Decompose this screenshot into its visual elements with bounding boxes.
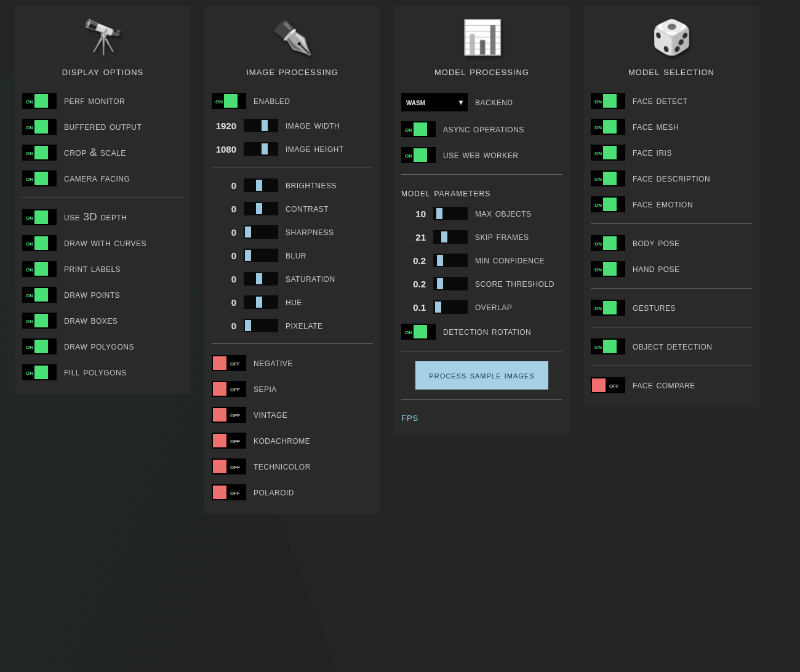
toggle-async-operations[interactable]: on xyxy=(401,121,436,137)
toggle-crop-scale[interactable]: on xyxy=(22,145,57,161)
row-label: body pose xyxy=(633,237,680,249)
toggle-face-mesh[interactable]: on xyxy=(591,119,625,135)
row-fill-polygons: onfill polygons xyxy=(22,359,183,385)
slider-max-objects[interactable] xyxy=(433,207,468,220)
slider-value: 0 xyxy=(212,180,236,191)
slider-skip-frames[interactable] xyxy=(433,230,468,244)
slider-score-threshold[interactable] xyxy=(433,277,468,290)
toggle-polaroid[interactable]: off xyxy=(212,484,246,500)
toggle-negative[interactable]: off xyxy=(212,355,246,371)
toggle-draw-polygons[interactable]: on xyxy=(22,338,57,354)
slider-hue[interactable] xyxy=(244,295,278,309)
row-object-detection: onobject detection xyxy=(591,334,752,359)
row-face-detect: onface detect xyxy=(591,88,752,114)
slider-row-contrast: 0contrast xyxy=(212,197,373,220)
toggle-face-compare[interactable]: off xyxy=(591,377,625,393)
toggle-knob xyxy=(213,356,226,370)
toggle-hand-pose[interactable]: on xyxy=(591,261,625,277)
toggle-knob xyxy=(34,210,48,224)
toggle-use-3d-depth[interactable]: on xyxy=(22,209,57,225)
toggle-enabled[interactable]: on xyxy=(212,93,246,109)
toggle-knob xyxy=(34,288,48,302)
model-params: 10max objects21skip frames0.2min confide… xyxy=(401,202,562,319)
slider-image-width[interactable] xyxy=(244,119,278,132)
toggle-knob xyxy=(603,301,617,314)
toggle-body-pose[interactable]: on xyxy=(591,235,625,251)
toggle-object-detection[interactable]: on xyxy=(591,338,625,354)
toggle-face-description[interactable]: on xyxy=(591,170,625,186)
toggle-knob xyxy=(603,198,617,211)
toggle-state-text: off xyxy=(228,436,244,445)
row-label: image width xyxy=(286,119,340,132)
slider-min-confidence[interactable] xyxy=(433,254,468,267)
row-technicolor: offtechnicolor xyxy=(212,454,373,479)
process-sample-images-button[interactable]: process sample images xyxy=(415,361,548,390)
slider-thumb xyxy=(437,278,443,289)
toggle-knob xyxy=(414,148,427,162)
toggle-state-text: on xyxy=(591,148,602,157)
toggle-state-text: on xyxy=(22,174,33,183)
toggle-state-text: on xyxy=(591,342,602,351)
toggle-kodachrome[interactable]: off xyxy=(212,433,246,449)
toggle-technicolor[interactable]: off xyxy=(212,458,246,474)
slider-contrast[interactable] xyxy=(244,202,278,215)
toggle-knob xyxy=(414,122,427,136)
select-value: wasm xyxy=(406,97,425,107)
slider-blur[interactable] xyxy=(244,249,278,262)
toggle-use-web-worker[interactable]: on xyxy=(401,147,436,163)
fps-label: fps xyxy=(401,406,562,426)
divider xyxy=(591,327,752,327)
panel-title: image processing xyxy=(246,65,338,82)
backend-select[interactable]: wasm ▾ xyxy=(401,93,468,111)
slider-pixelate[interactable] xyxy=(244,319,278,332)
row-label: enabled xyxy=(254,95,290,107)
toggle-perf-monitor[interactable]: on xyxy=(22,93,57,109)
row-label: perf monitor xyxy=(64,95,125,107)
model-sel-gestures: ongestures xyxy=(591,295,752,321)
toggle-buffered-output[interactable]: on xyxy=(22,119,57,135)
row-polaroid: offpolaroid xyxy=(212,479,373,505)
panel-header: 🎲 model selection xyxy=(591,10,752,88)
row-label: face detect xyxy=(633,95,688,107)
toggle-face-emotion[interactable]: on xyxy=(591,196,625,212)
toggle-camera-facing[interactable]: on xyxy=(22,170,57,186)
toggle-draw-with-curves[interactable]: on xyxy=(22,235,57,251)
toggle-face-iris[interactable]: on xyxy=(591,145,625,161)
row-label: face description xyxy=(633,172,710,185)
toggle-draw-boxes[interactable]: on xyxy=(22,313,57,329)
toggle-knob xyxy=(213,382,226,396)
row-label: max objects xyxy=(475,207,532,220)
toggle-state-text: on xyxy=(22,316,33,325)
panel-display-options: 🔭 display options onperf monitoronbuffer… xyxy=(15,6,191,394)
toggle-sepia[interactable]: off xyxy=(212,381,246,397)
panel-header: ✒️ image processing xyxy=(212,10,373,88)
row-negative: offnegative xyxy=(212,350,373,376)
slider-thumb xyxy=(435,302,441,313)
slider-value: 0.2 xyxy=(401,255,426,266)
toggle-print-labels[interactable]: on xyxy=(22,261,57,277)
toggle-detection-rotation[interactable]: on xyxy=(401,324,436,340)
slider-value: 10 xyxy=(401,209,426,219)
toggle-gestures[interactable]: on xyxy=(591,300,625,316)
slider-brightness[interactable] xyxy=(244,178,278,192)
toggle-state-text: on xyxy=(22,265,33,273)
slider-image-height[interactable] xyxy=(244,142,278,156)
toggle-face-detect[interactable]: on xyxy=(591,93,625,109)
slider-row-blur: 0blur xyxy=(212,244,373,267)
chevron-down-icon: ▾ xyxy=(459,98,463,106)
row-print-labels: onprint labels xyxy=(22,256,183,282)
toggle-vintage[interactable]: off xyxy=(212,407,246,423)
toggle-fill-polygons[interactable]: on xyxy=(22,364,57,380)
row-label: use web worker xyxy=(443,149,518,161)
toggle-state-text: on xyxy=(591,239,602,247)
toggle-state-text: on xyxy=(22,368,33,377)
slider-value: 0 xyxy=(212,227,236,238)
slider-saturation[interactable] xyxy=(244,272,278,286)
slider-sharpness[interactable] xyxy=(244,225,278,239)
backend-row: wasm ▾ backend xyxy=(401,88,562,116)
slider-overlap[interactable] xyxy=(433,300,468,314)
toggle-state-text: on xyxy=(22,122,33,131)
divider xyxy=(591,223,752,224)
toggle-draw-points[interactable]: on xyxy=(22,287,57,303)
divider xyxy=(591,288,752,289)
